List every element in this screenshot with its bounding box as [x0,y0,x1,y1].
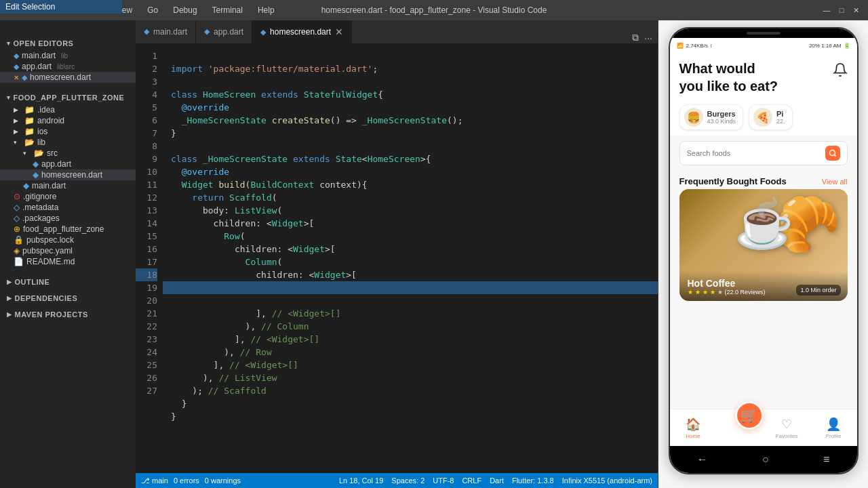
line-numbers: 12345 678910 1112131415 161718 192021222… [136,44,163,473]
encoding[interactable]: UTF-8 [433,476,454,485]
file-pubspec-yaml[interactable]: ◈ pubspec.yaml [0,245,136,256]
bell-button[interactable] [833,62,848,80]
folder-ios[interactable]: ▶ 📁 ios [0,126,136,137]
dart-icon: ◆ [14,52,19,60]
menu-help[interactable]: Help [255,4,277,16]
menu-go[interactable]: Go [144,4,161,16]
file-app-dart[interactable]: ◆ app.dart [0,159,136,169]
folder-open-icon: 📂 [34,148,44,158]
nav-cart[interactable]: 🛒 [717,413,764,442]
nav-favorites[interactable]: ♡ Favorites [764,417,810,439]
folder-arrow: ▾ [23,150,31,157]
line-ending[interactable]: CRLF [462,476,481,485]
language[interactable]: Dart [490,476,504,485]
file-metadata[interactable]: ◇ .metadata [0,202,136,213]
category-burgers[interactable]: 🍔 Burgers 43.0 Kinds [679,104,744,130]
close-button[interactable]: ✕ [852,5,861,15]
nav-profile[interactable]: 👤 Profile [810,417,857,439]
pizza-icon: 🍕 [753,108,772,127]
folder-src[interactable]: ▾ 📂 src [0,148,136,159]
title-bar: File Edit Selection View Go Debug Termin… [0,0,868,20]
file-pubspec-lock[interactable]: 🔒 pubspec.lock [0,235,136,245]
tab-app-dart[interactable]: ◆ app.dart [196,20,252,43]
indentation[interactable]: Spaces: 2 [391,476,425,485]
more-actions-button[interactable]: ··· [644,33,652,43]
search-button[interactable] [825,146,840,161]
nav-home-label: Home [686,433,700,439]
search-bar[interactable] [679,141,848,165]
nav-favorites-label: Favorites [776,433,798,439]
open-editor-app[interactable]: ◆ app.dart lib\src [0,61,136,72]
phone-content: What wouldyou like to eat? 🍔 [670,53,857,446]
dart-tab-icon: ◆ [144,27,149,36]
code-editor[interactable]: 12345 678910 1112131415 161718 192021222… [136,44,658,473]
maximize-button[interactable]: □ [837,5,846,15]
explorer-arrow: ▾ [7,94,11,101]
close-modified-icon: ✕ [14,74,19,81]
cart-circle: 🛒 [735,401,764,430]
back-button[interactable]: ← [697,453,708,466]
device-name[interactable]: Infinix X5515 (android-arm) [562,476,652,485]
file-main-dart[interactable]: ◆ main.dart [0,180,136,191]
cursor-position[interactable]: Ln 18, Col 19 [339,476,383,485]
review-count: (22.0 Reviews) [725,289,766,296]
android-nav-bar: ← ○ ≡ [670,446,857,473]
file-homescreen-dart[interactable]: ◆ homescreen.dart [0,169,136,180]
folder-idea[interactable]: ▶ 📁 .idea [0,104,136,115]
git-branch[interactable]: ⎇ main [141,476,168,485]
open-editor-homescreen[interactable]: ✕ ◆ homescreen.dart [0,72,136,83]
nav-home[interactable]: 🏠 Home [670,417,717,439]
food-card[interactable]: 🥐 ☕ Hot Coffee ★ ★ ★ ★ ★ (22.0 Reviews) [679,189,848,301]
warning-count[interactable]: 0 warnings [205,476,241,485]
phone-status-left: 📶 2.74KB/s ↕ [677,43,713,49]
phone-speed: 2.74KB/s ↕ [686,43,713,49]
search-input[interactable] [687,149,820,157]
burger-info: Burgers 43.0 Kinds [707,110,736,125]
code-text[interactable]: import 'package:flutter/material.dart'; … [163,44,658,473]
menu-debug[interactable]: Debug [170,4,199,16]
open-editor-main[interactable]: ◆ main.dart lib [0,50,136,61]
phone-battery-time: 20% 1:16 AM [809,43,842,49]
folder-android[interactable]: ▶ 📁 android [0,115,136,126]
minimize-button[interactable]: — [822,5,831,15]
file-readme[interactable]: 📄 README.md [0,256,136,267]
phone-notch [670,28,857,38]
tab-homescreen-dart[interactable]: ◆ homescreen.dart ✕ [252,20,352,43]
status-left: ⎇ main 0 errors 0 warnings [141,476,241,485]
sidebar: Edit Selection ▾ OPEN EDITORS ◆ main.dar… [0,20,136,488]
tab-main-dart[interactable]: ◆ main.dart [136,20,196,43]
phone-signal-icons: 📶 [677,43,684,49]
dart-file-icon: ◆ [33,159,39,169]
dart-file-icon: ◆ [33,170,39,180]
food-price: 1.0 Min order [796,285,840,296]
view-all-button[interactable]: View all [822,178,848,186]
dart-icon: ◆ [22,73,27,82]
maven-header[interactable]: ▶ MAVEN PROJECTS [0,305,136,321]
frequently-bought-title: Frequently Bought Foods [679,176,787,186]
file-project[interactable]: ⊕ food_app_flutter_zone [0,224,136,235]
meta-icon: ◇ [14,203,20,212]
outline-header[interactable]: ▶ OUTLINE [0,272,136,289]
split-editor-button[interactable]: ⧉ [632,32,639,43]
editor-area: ◆ main.dart ◆ app.dart ◆ homescreen.dart… [136,20,658,488]
file-packages[interactable]: ◇ .packages [0,213,136,224]
error-count[interactable]: 0 errors [174,476,199,485]
open-editors-header: ▾ OPEN EDITORS [0,34,136,50]
recents-button[interactable]: ≡ [823,453,829,466]
phone-status-right: 20% 1:16 AM 🔋 [809,43,850,49]
dependencies-header[interactable]: ▶ DEPENDENCIES [0,289,136,305]
folder-lib[interactable]: ▾ 📂 lib [0,137,136,148]
svg-point-0 [829,150,835,156]
flutter-version[interactable]: Flutter: 1.3.8 [512,476,554,485]
app-header: What wouldyou like to eat? [670,53,857,99]
app-title: What wouldyou like to eat? [679,60,778,95]
menu-terminal[interactable]: Terminal [210,4,245,16]
star-2: ★ [695,289,701,296]
category-pizza[interactable]: 🍕 Pi 22. [749,104,793,130]
dart-tab-icon: ◆ [260,28,266,37]
file-gitignore[interactable]: ⊙ .gitignore [0,191,136,202]
phone-battery-icon: 🔋 [844,43,850,49]
tab-close-button[interactable]: ✕ [335,26,343,37]
folder-icon: 📁 [24,127,35,136]
home-circle-button[interactable]: ○ [762,453,769,466]
